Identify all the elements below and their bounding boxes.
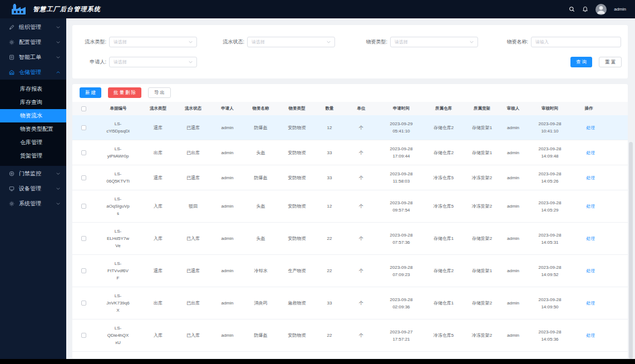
cell-material-name: 防爆盔 — [243, 115, 279, 140]
col-header: 申请人 — [212, 102, 243, 115]
cell-material-name: 冷却水 — [243, 255, 279, 287]
col-header: 所属货架 — [463, 102, 501, 115]
notification-bell-icon[interactable] — [582, 6, 588, 12]
row-select-cell — [72, 165, 95, 190]
table-row: LS-ELHd5Y7wVe 入库 已入库 admin 头盔 安防物资 22 个 … — [72, 223, 628, 255]
row-checkbox[interactable] — [81, 333, 86, 338]
flow-records-table: 单据编号 流水类型 流水状态 申请人 物资名称 物资类型 数量 单位 申请时间 … — [72, 102, 628, 358]
handle-action-link[interactable]: 处理 — [586, 125, 595, 130]
search-icon[interactable] — [569, 6, 575, 12]
cell-material-name: 防爆盔 — [243, 165, 279, 190]
row-checkbox[interactable] — [81, 150, 86, 155]
table-panel: 新建 批量删除 导出 单据编号 流水类型 流水状态 申 — [72, 84, 628, 358]
submenu-item-label: 物资类型配置 — [20, 126, 53, 132]
cell-material-name: 防爆盔 — [243, 352, 279, 359]
sidebar-menu-item[interactable]: 智能工单 — [0, 50, 66, 65]
col-header: 数量 — [315, 102, 344, 115]
create-button[interactable]: 新建 — [80, 87, 101, 98]
cell-warehouse: 存储仓库1 — [424, 223, 463, 255]
cell-flow-type: 退库 — [142, 165, 174, 190]
material-name-input[interactable] — [531, 37, 621, 47]
username-label[interactable]: admin — [614, 7, 626, 12]
sidebar-menu-item[interactable]: 系统管理 — [0, 196, 66, 211]
cell-flow-type: 入库 — [142, 190, 174, 223]
sidebar-menu-item[interactable]: 仓储管理 — [0, 65, 66, 80]
cell-quantity: 33 — [315, 140, 344, 165]
handle-action-link[interactable]: 处理 — [586, 175, 595, 180]
row-checkbox[interactable] — [81, 268, 86, 273]
menu-item-label: 设备管理 — [19, 185, 41, 193]
table-row: LS-FtTVvdf6VF 退库 已退库 admin 冷却水 生产物资 22 个… — [72, 255, 628, 287]
table-row: LS-JnVK739q6X 出库 已出库 admin 消炎药 急救物资 33 个… — [72, 287, 628, 319]
handle-action-link[interactable]: 处理 — [586, 150, 595, 155]
search-button[interactable]: 查询 — [570, 57, 592, 67]
chevron-down-icon — [470, 41, 474, 43]
cell-flow-status: 已入库 — [174, 223, 212, 255]
row-checkbox[interactable] — [81, 236, 86, 241]
col-header: 物资名称 — [243, 102, 279, 115]
row-select-cell — [72, 287, 95, 319]
cell-auditor: admin — [501, 140, 525, 165]
applicant-select[interactable]: 请选择 — [109, 57, 197, 67]
flow-type-select[interactable]: 请选择 — [109, 37, 197, 47]
sidebar-menu-item[interactable]: 设备管理 — [0, 181, 66, 196]
row-checkbox[interactable] — [81, 301, 86, 306]
handle-action-link[interactable]: 处理 — [586, 333, 595, 338]
submenu-item-label: 物资流水 — [20, 112, 42, 119]
sidebar-submenu-item[interactable]: 库存报表 — [0, 82, 66, 96]
material-type-select[interactable]: 请选择 — [390, 37, 478, 47]
table-header-row: 单据编号 流水类型 流水状态 申请人 物资名称 物资类型 数量 单位 申请时间 … — [72, 102, 628, 115]
cell-shelf: 存储货架1 — [463, 115, 501, 140]
cell-apply-time: 2023-09-28 02:09:36 — [378, 287, 424, 319]
cell-warehouse: 冷冻仓库5 — [424, 319, 463, 352]
reset-button[interactable]: 重置 — [599, 57, 622, 67]
handle-action-link[interactable]: 处理 — [586, 268, 595, 273]
chevron-down-icon — [327, 41, 331, 43]
cell-apply-time: 2023-09-29 05:41:10 — [378, 115, 424, 140]
cell-material-name: 头盔 — [243, 190, 279, 223]
sidebar-nav: 组织管理 配置管理 智能工单 仓储管理 — [0, 18, 66, 359]
handle-action-link[interactable]: 处理 — [586, 236, 595, 241]
row-checkbox[interactable] — [81, 125, 86, 130]
handle-action-link[interactable]: 处理 — [586, 301, 595, 306]
cell-flow-status: 已退库 — [174, 165, 212, 190]
cell-flow-status: 已退库 — [174, 255, 212, 287]
top-header: 智慧工厂后台管理系统 admin — [0, 0, 635, 18]
cell-flow-type: 退库 — [142, 255, 174, 287]
export-button[interactable]: 导出 — [148, 87, 171, 98]
sidebar-menu-item[interactable]: 组织管理 — [0, 19, 66, 35]
cell-flow-type: 入库 — [142, 223, 174, 255]
cell-applicant: admin — [212, 165, 243, 190]
batch-delete-button[interactable]: 批量删除 — [108, 87, 141, 98]
user-avatar[interactable] — [595, 4, 607, 15]
cell-shelf: 存储货架1 — [463, 352, 501, 359]
cell-auditor: admin — [501, 165, 525, 190]
app-title: 智慧工厂后台管理系统 — [33, 5, 101, 13]
row-checkbox[interactable] — [81, 175, 86, 180]
cell-audit-time: 2023-09-28 14:05:29 — [525, 190, 574, 223]
sidebar-submenu-item[interactable]: 物资类型配置 — [0, 122, 66, 136]
cell-record-id: LS-JnVK739q6X — [95, 287, 142, 319]
sidebar-submenu-item[interactable]: 货架管理 — [0, 149, 66, 163]
sidebar-submenu-item[interactable]: 仓库管理 — [0, 136, 66, 149]
sidebar-submenu-item[interactable]: 库存查询 — [0, 96, 66, 109]
row-checkbox[interactable] — [81, 204, 86, 209]
cell-warehouse: 存储仓库2 — [424, 140, 463, 165]
sidebar-menu-item[interactable]: 配置管理 — [0, 35, 66, 50]
flow-status-select[interactable]: 请选择 — [247, 37, 335, 47]
sidebar-menu-item[interactable]: 门禁监控 — [0, 166, 66, 181]
page-scrollbar-thumb[interactable] — [629, 142, 633, 359]
filter-label-material-type: 物资类型: — [335, 38, 390, 46]
handle-action-link[interactable]: 处理 — [586, 204, 595, 209]
cell-shelf: 存储货架2 — [463, 223, 501, 255]
row-select-cell — [72, 140, 95, 165]
cell-material-type: 安防物资 — [279, 190, 315, 223]
cell-shelf: 冷冻货架2 — [463, 190, 501, 223]
select-all-header[interactable] — [72, 102, 95, 115]
sidebar-submenu-item[interactable]: 物资流水 — [0, 109, 66, 122]
select-all-checkbox[interactable] — [81, 106, 86, 111]
cell-audit-time: 2023-09-28 14:09:50 — [525, 287, 574, 319]
cell-warehouse: 冷冻仓库5 — [424, 190, 463, 223]
cell-applicant: admin — [212, 115, 243, 140]
cell-warehouse: 存储仓库2 — [424, 255, 463, 287]
